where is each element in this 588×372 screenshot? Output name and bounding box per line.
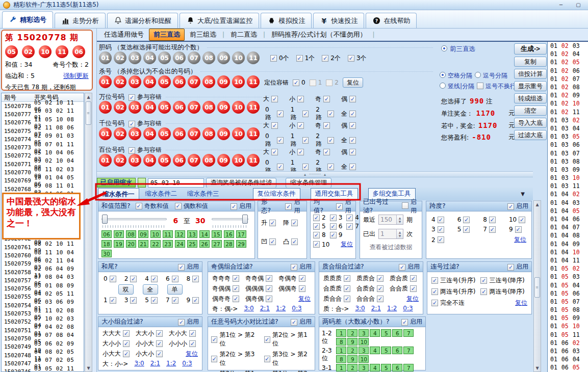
ball-02[interactable]: 02 — [114, 51, 126, 64]
checkbox-item[interactable]: 合合合✓ — [356, 295, 384, 303]
checkbox-item[interactable]: 大大大✓ — [103, 329, 130, 338]
checkbox-item[interactable]: 5✓ — [457, 226, 470, 233]
filter-value-cell[interactable]: 25 — [187, 240, 197, 248]
ball-11[interactable]: 11 — [247, 51, 260, 64]
ball-03[interactable]: 03 — [129, 154, 141, 167]
action-button-3[interactable]: 倍投计算 — [514, 69, 547, 79]
checkbox-item[interactable]: 合合质✓ — [390, 284, 417, 293]
ball-05[interactable]: 05 — [158, 51, 171, 64]
action-button-6[interactable]: 清空 — [514, 105, 547, 116]
enable-check[interactable]: ✓启用 — [231, 202, 251, 210]
ball-07[interactable]: 07 — [188, 51, 200, 64]
ball-11[interactable]: 11 — [247, 75, 260, 88]
filter-value-cell[interactable]: 27 — [212, 240, 222, 248]
filter-value-cell[interactable]: 1 — [336, 364, 346, 371]
checkbox-item[interactable]: 大✓ — [263, 95, 278, 103]
filter-value-cell[interactable]: 2 — [347, 364, 357, 371]
ratio-link[interactable]: 1:2 — [276, 305, 286, 313]
reset-link[interactable]: 复位 — [298, 295, 311, 303]
checkbox-item[interactable]: 凹✓ — [261, 237, 276, 246]
filter-value-cell[interactable]: 8 — [336, 338, 346, 346]
checkbox-item[interactable]: 9✓ — [187, 297, 199, 304]
ball-06[interactable]: 06 — [173, 51, 186, 64]
filter-value-cell[interactable]: 9 — [347, 355, 357, 363]
checkbox-item[interactable]: 全✓ — [341, 132, 356, 148]
filter-value-cell[interactable]: 20 — [126, 240, 136, 248]
chevron-down-icon[interactable]: ▼ — [521, 191, 525, 197]
filter-value-cell[interactable]: 15 — [212, 230, 222, 238]
ball-06[interactable]: 06 — [72, 45, 85, 58]
sep-space-radio[interactable]: 空格分隔 — [440, 71, 472, 80]
filter-value-cell[interactable]: 6 — [392, 347, 402, 354]
filter-value-cell[interactable]: 3 — [359, 329, 369, 337]
ball-03[interactable]: 03 — [129, 75, 141, 88]
ball-11[interactable]: 11 — [56, 45, 68, 58]
subtab-front2-direct[interactable]: 前二直选 — [226, 29, 261, 40]
filter-value-cell[interactable]: 17 — [236, 230, 246, 238]
ball-04[interactable]: 04 — [143, 51, 156, 64]
checkbox-item[interactable]: 大✓ — [263, 121, 278, 130]
shrink-tab-1[interactable]: 缩水条件一 — [98, 188, 139, 200]
filter-value-cell[interactable]: 7 — [403, 329, 414, 337]
checkbox-item[interactable]: 偶奇奇✓ — [212, 295, 239, 303]
subtab-front3-group[interactable]: 前三组选 — [186, 29, 220, 40]
ball-01[interactable]: 01 — [99, 101, 112, 114]
filter-value-cell[interactable]: 8 — [336, 355, 346, 363]
reset-link[interactable]: 复位 — [515, 299, 527, 307]
scroll-down-icon[interactable]: ▼ — [85, 364, 92, 371]
quick-button[interactable]: 全 — [143, 284, 158, 295]
reset-link[interactable]: 复位 — [406, 295, 419, 303]
enable-check[interactable]: ✓启用 — [507, 202, 528, 210]
checkbox-item[interactable]: 奇✓ — [315, 95, 330, 103]
checkbox-item[interactable]: 奇奇偶✓ — [245, 274, 272, 283]
join-tolerance-check[interactable]: ✓参与容错 — [129, 119, 162, 128]
checkbox-item[interactable]: 5✓ — [145, 297, 158, 304]
ball-02[interactable]: 02 — [22, 45, 35, 58]
checkbox-item[interactable]: 3✓ — [124, 297, 137, 304]
ball-10[interactable]: 10 — [232, 101, 245, 114]
ball-06[interactable]: 06 — [173, 101, 186, 114]
scrollbar-thumb[interactable]: ≡ — [86, 101, 91, 125]
checkbox-item[interactable]: 偶✓ — [341, 95, 356, 103]
filter-value-cell[interactable]: 1 — [336, 347, 346, 354]
ball-05[interactable]: 05 — [158, 75, 171, 88]
checkbox-item[interactable]: ✓0 — [293, 79, 305, 86]
filter-value-cell[interactable]: 26 — [199, 240, 210, 248]
shrink-tab-2[interactable]: 缩水条件二 — [141, 188, 182, 200]
splitter-handle[interactable]: ▴ ········· ▴ — [97, 171, 533, 177]
filter-value-cell[interactable]: 06 — [101, 230, 112, 238]
checkbox-item[interactable]: 2路✓ — [316, 106, 334, 122]
enable-check[interactable]: ✓启用 — [291, 262, 312, 271]
subtab-danma-plan[interactable]: 胆码推荐/公式计划（不懂勿用） — [267, 29, 370, 40]
checkbox-item[interactable]: 2✓ — [431, 236, 444, 244]
filter-value-cell[interactable]: 13 — [187, 230, 197, 238]
checkbox-item[interactable]: ✓2个 — [322, 54, 341, 63]
checkbox-item[interactable]: ✓两连号(降序) — [480, 287, 524, 296]
filter-value-cell[interactable]: 10 — [150, 230, 161, 238]
radio[interactable] — [440, 72, 446, 78]
checkbox-item[interactable]: 8✓ — [187, 275, 199, 282]
ball-09[interactable]: 09 — [217, 101, 230, 114]
mode-radio-front3[interactable]: 前三直选 — [441, 45, 475, 54]
filter-value-cell[interactable]: 1 — [336, 329, 346, 337]
ball-02[interactable]: 02 — [114, 154, 126, 167]
ratio-link[interactable]: 0:3 — [182, 360, 192, 368]
tab-simulate-bet[interactable]: 模拟投注 — [261, 13, 312, 28]
ball-09[interactable]: 09 — [217, 127, 230, 140]
scroll-up-icon[interactable]: ▲ — [85, 93, 92, 100]
checkbox-item[interactable]: 奇偶偶✓ — [212, 284, 239, 293]
ball-07[interactable]: 07 — [188, 75, 200, 88]
checkbox-item[interactable]: ✓第1位 > 第3位 — [264, 369, 312, 372]
checkbox-item[interactable]: ✓3 — [330, 214, 343, 221]
ball-11[interactable]: 11 — [247, 101, 260, 114]
checkbox-item[interactable]: ✓1个 — [296, 54, 315, 63]
radio[interactable] — [440, 83, 446, 89]
filter-value-cell[interactable]: 5 — [381, 364, 391, 371]
action-button-2[interactable]: 复制 — [514, 57, 547, 67]
shrink-enabled-badge[interactable]: 已启用缩水 — [97, 178, 136, 188]
filter-value-cell[interactable]: 6 — [392, 329, 402, 337]
checkbox-item[interactable]: 7✓ — [483, 226, 496, 233]
checkbox-item[interactable]: 奇✓ — [315, 121, 330, 130]
ball-08[interactable]: 08 — [202, 127, 215, 140]
enable-check[interactable]: ✓启用 — [291, 317, 312, 326]
